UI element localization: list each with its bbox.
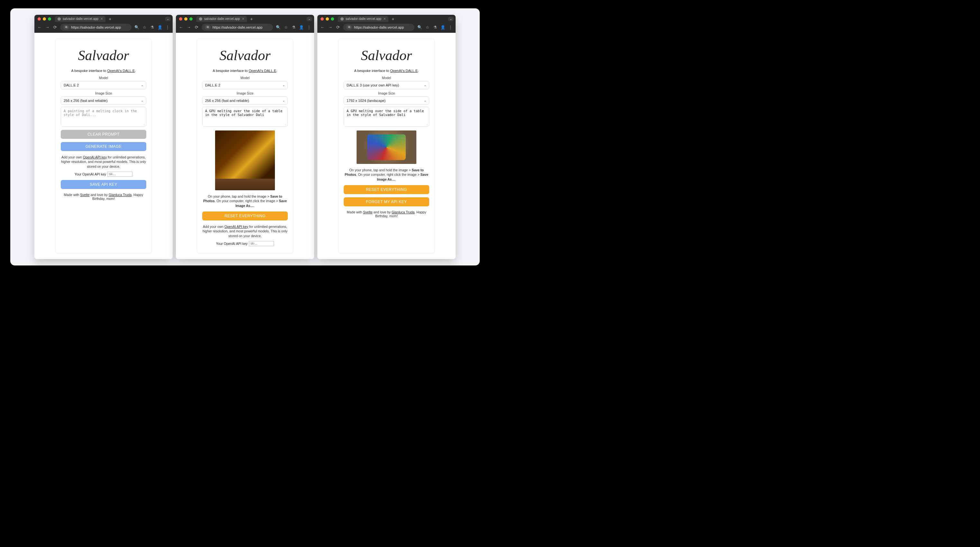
close-window-icon[interactable] <box>321 17 324 21</box>
new-tab-button[interactable]: + <box>390 17 396 21</box>
bookmark-icon[interactable]: ☆ <box>283 25 288 30</box>
resize-handle-icon[interactable]: ⌟ <box>426 122 428 126</box>
api-key-note: Add your own OpenAI API key for unlimite… <box>202 224 288 239</box>
address-bar[interactable]: ⧉ https://salvador-dalle.vercel.app <box>202 24 273 31</box>
tabs-overflow-button[interactable]: ⌄ <box>165 17 171 21</box>
model-select[interactable]: DALL.E 3 (use your own API key) ⌄ <box>344 81 429 89</box>
labs-icon[interactable]: ⚗ <box>150 25 155 30</box>
image-size-value: 256 x 256 (fast and reliable) <box>205 99 249 103</box>
bookmark-icon[interactable]: ☆ <box>425 25 430 30</box>
browser-tab[interactable]: salvador-dalle.vercel.app ✕ <box>196 16 247 22</box>
tabs-overflow-button[interactable]: ⌄ <box>306 17 312 21</box>
menu-icon[interactable]: ⋮ <box>306 25 312 30</box>
address-bar[interactable]: ⧉ https://salvador-dalle.vercel.app <box>343 24 414 31</box>
close-tab-icon[interactable]: ✕ <box>242 17 244 21</box>
prompt-textarea[interactable]: A painting of a melting clock in the sty… <box>61 107 146 127</box>
zoom-icon[interactable]: 🔍 <box>275 25 281 30</box>
window-controls[interactable] <box>179 17 192 21</box>
dalle-link[interactable]: OpenAI's DALL.E <box>107 69 135 73</box>
model-select[interactable]: DALL.E 2 ⌄ <box>61 81 146 89</box>
new-tab-button[interactable]: + <box>249 17 254 21</box>
window-controls[interactable] <box>38 17 51 21</box>
svelte-link[interactable]: Svelte <box>363 210 372 214</box>
tab-title: salvador-dalle.vercel.app <box>346 17 381 21</box>
generated-image[interactable] <box>215 130 275 190</box>
resize-handle-icon[interactable]: ⌟ <box>285 122 286 126</box>
zoom-icon[interactable]: 🔍 <box>134 25 139 30</box>
app-subtitle: A bespoke interface to OpenAI's DALL.E. <box>61 69 146 73</box>
reset-everything-button[interactable]: RESET EVERYTHING <box>344 185 429 194</box>
maximize-window-icon[interactable] <box>48 17 51 21</box>
close-window-icon[interactable] <box>179 17 182 21</box>
footer: Made with Svelte and love by Gianluca Tr… <box>61 193 146 200</box>
forward-button[interactable]: → <box>328 25 333 30</box>
dalle-link[interactable]: OpenAI's DALL.E <box>390 69 418 73</box>
labs-icon[interactable]: ⚗ <box>433 25 438 30</box>
profile-icon[interactable]: 👤 <box>157 25 162 30</box>
reload-button[interactable]: ⟳ <box>335 25 340 30</box>
close-tab-icon[interactable]: ✕ <box>100 17 103 21</box>
minimize-window-icon[interactable] <box>326 17 329 21</box>
back-button[interactable]: ← <box>320 25 325 30</box>
save-api-key-button[interactable]: SAVE API KEY <box>61 180 146 189</box>
reset-everything-button[interactable]: RESET EVERYTHING <box>202 211 288 221</box>
svelte-link[interactable]: Svelte <box>80 193 89 197</box>
openai-api-key-link[interactable]: OpenAI API key <box>83 155 107 159</box>
new-tab-button[interactable]: + <box>107 17 113 21</box>
minimize-window-icon[interactable] <box>43 17 46 21</box>
forget-api-key-button[interactable]: FORGET MY API KEY <box>344 197 429 206</box>
favicon-icon <box>340 17 344 21</box>
reload-button[interactable]: ⟳ <box>194 25 199 30</box>
image-size-value: 1792 x 1024 (landscape) <box>347 99 385 103</box>
address-bar[interactable]: ⧉ https://salvador-dalle.vercel.app <box>60 24 132 31</box>
browser-chrome: salvador-dalle.vercel.app ✕ + ⌄ ← → ⟳ ⧉ … <box>34 15 173 33</box>
site-info-icon[interactable]: ⧉ <box>346 25 352 30</box>
chevron-down-icon: ⌄ <box>141 83 143 87</box>
reload-button[interactable]: ⟳ <box>52 25 57 30</box>
forward-button[interactable]: → <box>186 25 191 30</box>
site-info-icon[interactable]: ⧉ <box>205 25 211 30</box>
back-button[interactable]: ← <box>37 25 42 30</box>
profile-icon[interactable]: 👤 <box>440 25 445 30</box>
browser-tab[interactable]: salvador-dalle.vercel.app ✕ <box>338 16 388 22</box>
close-window-icon[interactable] <box>38 17 41 21</box>
resize-handle-icon[interactable]: ⌟ <box>143 122 145 126</box>
image-size-select[interactable]: 256 x 256 (fast and reliable) ⌄ <box>202 96 288 105</box>
api-key-input[interactable] <box>107 172 132 177</box>
image-size-select[interactable]: 1792 x 1024 (landscape) ⌄ <box>344 96 429 105</box>
window-controls[interactable] <box>321 17 334 21</box>
menu-icon[interactable]: ⋮ <box>165 25 170 30</box>
url-text: https://salvador-dalle.vercel.app <box>71 25 121 29</box>
model-select[interactable]: DALL.E 2 ⌄ <box>202 81 288 89</box>
generate-image-button[interactable]: GENERATE IMAGE <box>61 142 146 151</box>
author-link[interactable]: Gianluca Truda <box>391 210 414 214</box>
minimize-window-icon[interactable] <box>184 17 188 21</box>
api-key-input[interactable] <box>249 241 274 246</box>
save-image-note: On your phone, tap and hold the image > … <box>344 168 429 182</box>
dalle-link[interactable]: OpenAI's DALL.E <box>248 69 276 73</box>
image-size-label: Image Size <box>344 91 429 95</box>
close-tab-icon[interactable]: ✕ <box>383 17 386 21</box>
menu-icon[interactable]: ⋮ <box>448 25 453 30</box>
author-link[interactable]: Gianluca Truda <box>109 193 132 197</box>
prompt-textarea[interactable]: A GPU melting over the side of a table i… <box>344 107 429 127</box>
forward-button[interactable]: → <box>45 25 50 30</box>
app-title: Salvador <box>202 47 288 64</box>
maximize-window-icon[interactable] <box>189 17 192 21</box>
model-value: DALL.E 3 (use your own API key) <box>347 83 399 87</box>
clear-prompt-button[interactable]: CLEAR PROMPT <box>61 130 146 139</box>
browser-tab[interactable]: salvador-dalle.vercel.app ✕ <box>55 16 105 22</box>
maximize-window-icon[interactable] <box>331 17 334 21</box>
generated-image[interactable] <box>356 130 416 164</box>
tabs-overflow-button[interactable]: ⌄ <box>448 17 453 21</box>
image-size-select[interactable]: 256 x 256 (fast and reliable) ⌄ <box>61 96 146 105</box>
labs-icon[interactable]: ⚗ <box>291 25 296 30</box>
site-info-icon[interactable]: ⧉ <box>63 25 69 30</box>
zoom-icon[interactable]: 🔍 <box>417 25 422 30</box>
bookmark-icon[interactable]: ☆ <box>142 25 147 30</box>
profile-icon[interactable]: 👤 <box>299 25 304 30</box>
api-key-label: Your OpenAI API key <box>216 242 248 245</box>
openai-api-key-link[interactable]: OpenAI API key <box>224 225 248 229</box>
back-button[interactable]: ← <box>178 25 184 30</box>
prompt-textarea[interactable]: A GPU melting over the side of a table i… <box>202 107 288 127</box>
